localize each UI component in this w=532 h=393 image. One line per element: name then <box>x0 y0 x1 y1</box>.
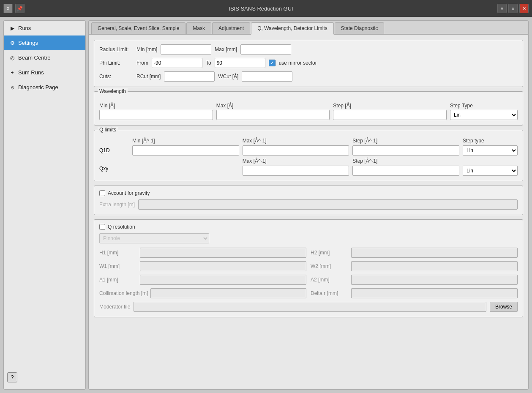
phi-limit-row: Phi Limit: From To use mirror sector <box>99 58 518 68</box>
extra-length-input[interactable] <box>138 199 518 210</box>
pinhole-row: Pinhole Rectangular <box>99 233 518 243</box>
q1d-row: Q1D Lin Log <box>99 145 518 156</box>
qxy-step-header: Step [Å^-1] <box>352 158 459 164</box>
w1-input[interactable] <box>140 261 306 271</box>
radius-min-label: Min [mm] <box>136 46 157 52</box>
gravity-checkbox[interactable] <box>99 190 105 196</box>
mirror-sector-label: use mirror sector <box>279 60 317 66</box>
delta-r-field: Delta r [mm] <box>311 288 518 298</box>
q-limits-section: Q limits Min [Å^-1] Max [Å^-1] Step [Å^-… <box>94 130 523 181</box>
title-bar: X 📌 ISIS SANS Reduction GUI ∨ ∧ ✕ <box>0 0 532 17</box>
tab-adjustment[interactable]: Adjustment <box>212 22 250 34</box>
a1-label: A1 [mm] <box>99 277 137 283</box>
cuts-label: Cuts: <box>99 74 133 79</box>
phi-from-label: From <box>136 60 148 66</box>
help-button[interactable]: ? <box>7 372 17 382</box>
q1d-step-input[interactable] <box>352 145 459 156</box>
content-body: Radius Limit: Min [mm] Max [mm] Phi Limi… <box>89 35 528 389</box>
rcut-input[interactable] <box>164 71 215 82</box>
q-max-header: Max [Å^-1] <box>243 138 349 144</box>
sidebar-item-sum-runs[interactable]: + Sum Runs <box>4 65 85 80</box>
gravity-label: Account for gravity <box>108 190 150 196</box>
sidebar-item-settings[interactable]: ⚙ Settings <box>4 35 85 50</box>
coll-input[interactable] <box>150 288 306 298</box>
w1-field: W1 [mm] <box>99 261 306 271</box>
wavelength-grid: Min [Å] Max [Å] Step [Å] Step Type <box>99 103 518 120</box>
radius-limit-row: Radius Limit: Min [mm] Max [mm] <box>99 44 518 55</box>
gravity-header: Account for gravity <box>99 190 518 196</box>
h2-input[interactable] <box>351 248 518 258</box>
wl-step-input[interactable] <box>333 110 447 120</box>
wl-step-label: Step [Å] <box>333 103 447 109</box>
settings-icon: ⚙ <box>9 40 16 46</box>
browse-button[interactable]: Browse <box>490 302 518 312</box>
q-step-type-header: Step type <box>463 138 518 144</box>
qxy-step-type-select[interactable]: Lin Log <box>463 166 518 176</box>
maximize-button[interactable]: ∧ <box>508 4 518 13</box>
a2-input[interactable] <box>351 275 518 285</box>
qxy-subheader: Max [Å^-1] Step [Å^-1] <box>99 158 518 164</box>
sidebar-item-label-beam-centre: Beam Centre <box>18 55 51 61</box>
sidebar-item-beam-centre[interactable]: ◎ Beam Centre <box>4 50 85 65</box>
sidebar-item-label-settings: Settings <box>18 40 38 46</box>
sum-runs-icon: + <box>9 70 16 76</box>
q1d-min-input[interactable] <box>132 145 239 156</box>
qxy-max-header: Max [Å^-1] <box>243 158 349 164</box>
w-row: W1 [mm] W2 [mm] <box>99 261 518 271</box>
close-button[interactable]: ✕ <box>519 4 529 13</box>
window-title: ISIS SANS Reduction GUI <box>25 5 497 12</box>
phi-to-input[interactable] <box>215 58 265 68</box>
wl-max-input[interactable] <box>216 110 330 120</box>
sidebar-item-label-diagnostic: Diagnostic Page <box>18 84 58 90</box>
q1d-step-type-select[interactable]: Lin Log <box>463 145 518 156</box>
minimize-button[interactable]: ∨ <box>497 4 507 13</box>
app-icon: X <box>3 4 13 13</box>
a-row: A1 [mm] A2 [mm] <box>99 275 518 285</box>
pin-button[interactable]: 📌 <box>15 4 25 13</box>
diagnostic-icon: ⎋ <box>9 85 16 90</box>
q-step-header: Step [Å^-1] <box>352 138 459 144</box>
w2-input[interactable] <box>351 261 518 271</box>
wl-min-input[interactable] <box>99 110 213 120</box>
radius-max-label: Max [mm] <box>215 46 237 52</box>
radius-limit-label: Radius Limit: <box>99 46 133 52</box>
a1-input[interactable] <box>140 275 306 285</box>
tab-q-wavelength[interactable]: Q, Wavelength, Detector Limits <box>251 22 334 35</box>
sidebar-item-diagnostic-page[interactable]: ⎋ Diagnostic Page <box>4 80 85 95</box>
main-container: ▶ Runs ⚙ Settings ◎ Beam Centre + Sum Ru… <box>0 17 532 393</box>
wavelength-title: Wavelength <box>98 88 128 94</box>
h1-input[interactable] <box>140 248 306 258</box>
gravity-extra-length-row: Extra length [m] <box>99 199 518 210</box>
wl-step-type-select[interactable]: Lin Log <box>450 110 518 120</box>
radius-max-input[interactable] <box>240 44 291 55</box>
sidebar-item-label-runs: Runs <box>18 25 31 31</box>
qxy-step-input[interactable] <box>352 166 459 176</box>
moderator-input[interactable] <box>134 302 486 312</box>
moderator-row: Moderator file Browse <box>99 302 518 312</box>
qxy-row: Qxy Lin Log <box>99 166 518 176</box>
tab-state-diagnostic[interactable]: State Diagnostic <box>335 22 384 34</box>
tab-general[interactable]: General, Scale, Event Slice, Sample <box>91 22 186 34</box>
wl-max-col: Max [Å] <box>216 103 330 120</box>
wcut-input[interactable] <box>242 71 292 82</box>
q-limits-header: Min [Å^-1] Max [Å^-1] Step [Å^-1] Step t… <box>99 138 518 144</box>
content-area: General, Scale, Event Slice, Sample Mask… <box>88 20 529 390</box>
q-resolution-section: Q resolution Pinhole Rectangular H1 [mm] <box>94 219 523 317</box>
delta-r-input[interactable] <box>351 288 518 298</box>
sidebar-item-runs[interactable]: ▶ Runs <box>4 21 85 35</box>
cuts-row: Cuts: RCut [mm] WCut [Å] <box>99 71 518 82</box>
q-resolution-checkbox[interactable] <box>99 224 105 230</box>
tab-mask[interactable]: Mask <box>186 22 211 34</box>
sidebar-item-label-sum-runs: Sum Runs <box>18 69 44 76</box>
phi-from-input[interactable] <box>152 58 202 68</box>
mirror-sector-checkbox[interactable] <box>269 60 276 66</box>
w1-label: W1 [mm] <box>99 263 137 269</box>
coll-label: Collimation length [m] <box>99 290 148 296</box>
q1d-label: Q1D <box>99 147 129 153</box>
q-resolution-label: Q resolution <box>108 224 135 230</box>
qxy-max-input[interactable] <box>243 166 349 176</box>
extra-length-label: Extra length [m] <box>99 202 135 207</box>
pinhole-select[interactable]: Pinhole Rectangular <box>99 233 209 243</box>
radius-min-input[interactable] <box>161 44 211 55</box>
q1d-max-input[interactable] <box>243 145 349 156</box>
